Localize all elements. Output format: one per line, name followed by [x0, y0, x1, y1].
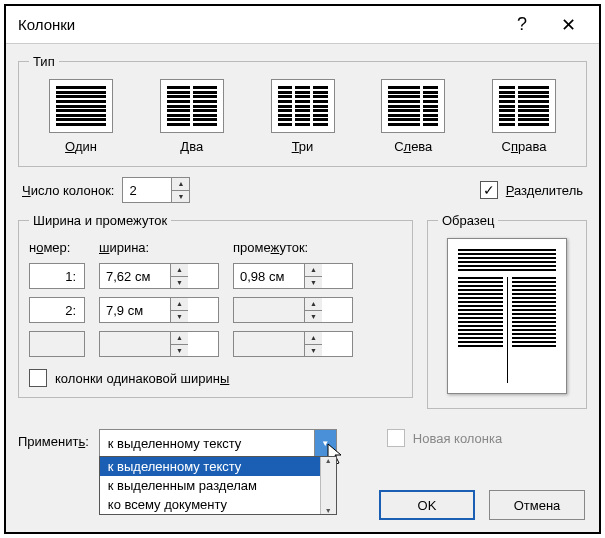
preset-three[interactable]: Три: [257, 79, 349, 154]
dialog-body: Тип ОдинДваТриСлеваСправа Число колонок:…: [6, 44, 599, 532]
num-columns-spinner[interactable]: ▲▼: [122, 177, 190, 203]
width-spacing-label: Ширина и промежуток: [29, 213, 171, 228]
cancel-button[interactable]: Отмена: [489, 490, 585, 520]
spin-down-icon[interactable]: ▼: [172, 191, 189, 203]
width-spinner-1[interactable]: ▲▼: [99, 263, 219, 289]
preset-one[interactable]: Один: [35, 79, 127, 154]
preview-group: Образец: [427, 213, 587, 409]
spacing-spinner-3[interactable]: ▲▼: [233, 331, 353, 357]
preview-label: Образец: [438, 213, 498, 228]
dropdown-option[interactable]: к выделенному тексту: [100, 457, 336, 476]
new-column-checkbox: Новая колонка: [387, 429, 502, 447]
row-number: 2:: [29, 297, 85, 323]
dropdown-scrollbar[interactable]: ▲▼: [320, 457, 336, 514]
equal-width-label: колонки одинаковой ширины: [55, 371, 229, 386]
type-group: Тип ОдинДваТриСлеваСправа: [18, 54, 587, 167]
header-number: номер:: [29, 240, 85, 255]
row-number: [29, 331, 85, 357]
preset-left[interactable]: Слева: [367, 79, 459, 154]
apply-to-combo[interactable]: к выделенному тексту ▼ к выделенному тек…: [99, 429, 337, 457]
dropdown-option[interactable]: к выделенным разделам: [100, 476, 336, 495]
preset-label: Три: [292, 139, 314, 154]
spin-up-icon[interactable]: ▲: [172, 178, 189, 191]
preset-right[interactable]: Справа: [478, 79, 570, 154]
ok-button[interactable]: OK: [379, 490, 475, 520]
preset-label: Справа: [502, 139, 547, 154]
width-spinner-3[interactable]: ▲▼: [99, 331, 219, 357]
spacing-spinner-2[interactable]: ▲▼: [233, 297, 353, 323]
width-spinner-2[interactable]: ▲▼: [99, 297, 219, 323]
apply-to-label: Применить:: [18, 429, 89, 449]
row-number: 1:: [29, 263, 85, 289]
num-columns-input[interactable]: [123, 178, 171, 202]
width-spacing-group: Ширина и промежуток номер: ширина: проме…: [18, 213, 413, 398]
preset-label: Один: [65, 139, 97, 154]
dialog-title: Колонки: [18, 16, 499, 33]
titlebar: Колонки ? ✕: [6, 6, 599, 44]
preset-label: Слева: [394, 139, 432, 154]
chevron-down-icon[interactable]: ▼: [314, 430, 336, 456]
divider-checkbox[interactable]: ✓ Разделитель: [480, 181, 583, 199]
divider-label: Разделитель: [506, 183, 583, 198]
preset-two[interactable]: Два: [146, 79, 238, 154]
checkbox-icon: [29, 369, 47, 387]
new-column-label: Новая колонка: [413, 431, 502, 446]
help-button[interactable]: ?: [499, 7, 545, 43]
checkbox-icon: ✓: [480, 181, 498, 199]
checkbox-icon: [387, 429, 405, 447]
close-button[interactable]: ✕: [545, 7, 591, 43]
type-group-label: Тип: [29, 54, 59, 69]
columns-dialog: Колонки ? ✕ Тип ОдинДваТриСлеваСправа Чи…: [4, 4, 601, 534]
preview-page: [447, 238, 567, 394]
dropdown-option[interactable]: ко всему документу: [100, 495, 336, 514]
header-spacing: промежуток:: [233, 240, 353, 255]
header-width: ширина:: [99, 240, 219, 255]
preset-label: Два: [180, 139, 203, 154]
equal-width-checkbox[interactable]: колонки одинаковой ширины: [29, 369, 402, 387]
spacing-spinner-1[interactable]: ▲▼: [233, 263, 353, 289]
num-columns-label: Число колонок:: [22, 183, 114, 198]
apply-to-dropdown: к выделенному тексту к выделенным раздел…: [99, 456, 337, 515]
apply-to-value: к выделенному тексту: [100, 430, 314, 456]
